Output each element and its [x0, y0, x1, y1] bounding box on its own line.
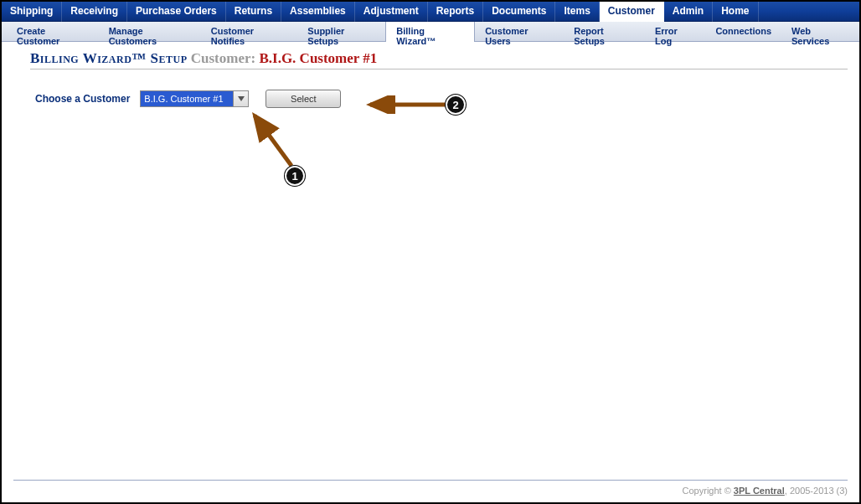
footer-suffix: , 2005-2013 (3): [785, 486, 848, 496]
svg-line-2: [255, 116, 291, 166]
chevron-down-icon: [238, 96, 245, 101]
nav-admin[interactable]: Admin: [664, 2, 713, 22]
nav-adjustment[interactable]: Adjustment: [355, 2, 428, 22]
heading-sublabel: Customer:: [191, 50, 255, 66]
subnav-web-services[interactable]: Web Services: [781, 22, 859, 42]
footer-copyright-prefix: Copyright ©: [683, 486, 734, 496]
customer-dropdown[interactable]: B.I.G. Customer #1: [140, 90, 249, 107]
footer-company-link[interactable]: 3PL Central: [734, 486, 785, 496]
subnav-billing-wizard[interactable]: Billing Wizard™: [385, 22, 475, 42]
annotation-marker-1: 1: [285, 166, 305, 186]
svg-marker-0: [238, 96, 245, 101]
subnav-customer-notifies[interactable]: Customer Notifies: [201, 22, 298, 42]
nav-items[interactable]: Items: [555, 2, 599, 22]
nav-customer[interactable]: Customer: [600, 2, 664, 22]
subnav-error-log[interactable]: Error Log: [645, 22, 705, 42]
select-button[interactable]: Select: [266, 90, 341, 108]
heading-customer: B.I.G. Customer #1: [259, 50, 377, 66]
heading-title: Billing Wizard™ Setup: [30, 50, 188, 66]
nav-reports[interactable]: Reports: [428, 2, 483, 22]
subnav-supplier-setups[interactable]: Supplier Setups: [297, 22, 385, 42]
nav-returns[interactable]: Returns: [226, 2, 281, 22]
customer-dropdown-toggle[interactable]: [233, 91, 248, 106]
footer-divider: [13, 480, 848, 481]
nav-home[interactable]: Home: [713, 2, 758, 22]
subnav-customer-users[interactable]: Customer Users: [475, 22, 564, 42]
page-heading: Billing Wizard™ Setup Customer: B.I.G. C…: [30, 50, 848, 69]
footer: Copyright © 3PL Central, 2005-2013 (3): [683, 486, 848, 496]
nav-receiving[interactable]: Receiving: [62, 2, 127, 22]
annotation-arrow-1-icon: [245, 109, 312, 176]
nav-documents[interactable]: Documents: [483, 2, 555, 22]
choose-customer-label: Choose a Customer: [35, 93, 130, 105]
subnav-connections[interactable]: Connections: [705, 22, 781, 42]
subnav-report-setups[interactable]: Report Setups: [564, 22, 645, 42]
nav-shipping[interactable]: Shipping: [2, 2, 62, 22]
subnav-create-customer[interactable]: Create Customer: [7, 22, 99, 42]
customer-dropdown-value: B.I.G. Customer #1: [141, 91, 233, 106]
subnav-manage-customers[interactable]: Manage Customers: [99, 22, 201, 42]
nav-purchase-orders[interactable]: Purchase Orders: [127, 2, 226, 22]
primary-nav: Shipping Receiving Purchase Orders Retur…: [2, 2, 859, 22]
choose-customer-row: Choose a Customer B.I.G. Customer #1 Sel…: [2, 69, 859, 108]
nav-assemblies[interactable]: Assemblies: [281, 2, 355, 22]
secondary-nav: Create Customer Manage Customers Custome…: [2, 22, 859, 42]
